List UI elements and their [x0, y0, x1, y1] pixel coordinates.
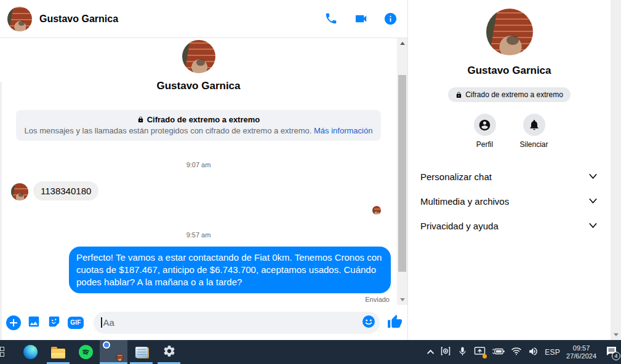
- speaker-icon: [528, 346, 539, 358]
- notification-count-badge: 4: [612, 352, 620, 360]
- conversation-info-button[interactable]: [383, 12, 398, 26]
- message-list-content: Gustavo Garnica Cifrado de extremo a ext…: [0, 38, 397, 305]
- contact-avatar-large[interactable]: [182, 40, 215, 73]
- emoji-button[interactable]: [361, 314, 376, 331]
- video-camera-icon: [354, 12, 368, 28]
- taskbar-spotify[interactable]: [72, 340, 100, 364]
- lock-icon: [137, 116, 144, 123]
- contact-name: Gustavo Garnica: [0, 80, 397, 92]
- tray-wifi[interactable]: [511, 347, 522, 357]
- section-media-files[interactable]: Multimedia y archivos: [420, 189, 598, 213]
- chrome-profile-avatar: [116, 354, 124, 362]
- more-info-link[interactable]: Más información: [314, 126, 372, 135]
- scroll-down-arrow[interactable]: [397, 295, 407, 305]
- taskbar-apps: [17, 340, 183, 364]
- chat-scrollbar[interactable]: [397, 38, 407, 305]
- profile-icon: [474, 114, 496, 136]
- camera-device-icon: [440, 346, 451, 358]
- sidebar-content: Gustavo Garnica Cifrado de extremo a ext…: [408, 0, 611, 340]
- chevron-up-icon: [427, 349, 434, 356]
- encryption-badge[interactable]: Cifrado de extremo a extremo: [448, 87, 571, 102]
- voice-call-button[interactable]: [324, 12, 339, 26]
- chat-column: Gustavo Garnica: [0, 0, 407, 340]
- wifi-icon: [511, 347, 522, 357]
- open-more-actions-button[interactable]: [6, 315, 27, 330]
- profile-button[interactable]: Perfil: [469, 114, 501, 149]
- sidebar-contact-name: Gustavo Garnica: [467, 65, 551, 77]
- taskbar-settings[interactable]: [155, 340, 183, 364]
- battery-icon: [492, 347, 505, 357]
- image-icon: [27, 315, 41, 330]
- taskbar-chrome-active[interactable]: [100, 340, 127, 364]
- read-receipt-avatar: [372, 206, 381, 215]
- scrollbar-thumb[interactable]: [398, 75, 406, 272]
- contact-avatar[interactable]: [7, 7, 32, 31]
- screen: Gustavo Garnica: [0, 0, 621, 364]
- encryption-notice: Cifrado de extremo a extremo Los mensaje…: [16, 110, 381, 141]
- section-customize-chat[interactable]: Personalizar chat: [420, 164, 598, 189]
- message-status: Enviado: [0, 296, 397, 303]
- spotify-icon: [79, 345, 93, 359]
- video-call-button[interactable]: [353, 12, 368, 26]
- encryption-title: Cifrado de extremo a extremo: [23, 115, 374, 124]
- windows-taskbar: ESP 09:57 27/6/2024 4: [0, 340, 621, 364]
- sidebar-contact-avatar[interactable]: [486, 9, 533, 55]
- notepad-icon: [135, 347, 148, 358]
- encryption-body: Los mensajes y las llamadas están proteg…: [23, 126, 374, 135]
- message-input-pill[interactable]: [94, 312, 380, 334]
- sticker-button[interactable]: [47, 315, 61, 330]
- contact-name-header: Gustavo Garnica: [39, 14, 118, 25]
- phone-icon: [324, 12, 338, 27]
- plus-icon: [6, 315, 21, 330]
- outgoing-message-row: Perfecto! Te vamos a estar contactando d…: [0, 247, 397, 293]
- message-list: Gustavo Garnica Cifrado de extremo a ext…: [0, 38, 407, 305]
- clock[interactable]: 09:57 27/6/2024: [566, 344, 596, 360]
- read-receipt-row: [0, 206, 397, 215]
- language-indicator[interactable]: ESP: [545, 348, 560, 357]
- tray-screen-cast[interactable]: [474, 346, 486, 358]
- incoming-message-bubble[interactable]: 1138340180: [33, 181, 98, 200]
- profile-label: Perfil: [476, 140, 493, 149]
- scroll-down-arrow[interactable]: [611, 330, 621, 340]
- messenger-window: Gustavo Garnica: [0, 0, 621, 340]
- chevron-down-icon: [588, 196, 598, 207]
- section-privacy-support[interactable]: Privacidad y ayuda: [420, 213, 598, 238]
- sender-avatar[interactable]: [11, 183, 28, 200]
- date: 27/6/2024: [566, 352, 596, 360]
- header-actions: [324, 12, 398, 26]
- attach-image-button[interactable]: [27, 315, 41, 330]
- gif-button[interactable]: GIF: [68, 317, 84, 329]
- taskbar-notepad[interactable]: [127, 340, 155, 364]
- status-dot: [483, 354, 487, 358]
- incoming-message-row: 1138340180: [0, 181, 397, 200]
- tray-battery[interactable]: [492, 347, 505, 357]
- gif-icon: GIF: [68, 317, 84, 329]
- background-window-edge: [0, 82, 2, 340]
- chevron-down-icon: [588, 172, 598, 182]
- sidebar-scrollbar[interactable]: [611, 0, 621, 340]
- chevron-down-icon: [588, 221, 598, 231]
- emoji-smiley-icon: [361, 314, 376, 331]
- tray-microphone[interactable]: [457, 346, 468, 358]
- action-center-button[interactable]: 4: [606, 346, 617, 358]
- tray-volume[interactable]: [528, 346, 539, 358]
- message-input[interactable]: [103, 317, 362, 328]
- outgoing-message-bubble[interactable]: Perfecto! Te vamos a estar contactando d…: [69, 247, 391, 293]
- start-menu-icon[interactable]: [0, 340, 9, 364]
- lock-icon: [455, 92, 462, 98]
- send-like-button[interactable]: [387, 314, 403, 331]
- taskbar-edge[interactable]: [17, 340, 44, 364]
- system-tray: ESP 09:57 27/6/2024 4: [429, 344, 621, 360]
- tray-expand-button[interactable]: [429, 350, 434, 355]
- chat-header: Gustavo Garnica: [0, 0, 407, 38]
- sidebar-quick-actions: Perfil Silenciar: [469, 114, 550, 149]
- taskbar-file-explorer[interactable]: [44, 340, 72, 364]
- scroll-up-arrow[interactable]: [397, 38, 407, 49]
- bell-icon: [523, 114, 545, 136]
- mute-button[interactable]: Silenciar: [518, 114, 550, 149]
- gear-icon: [162, 344, 176, 360]
- microphone-icon: [457, 346, 468, 358]
- tray-camera-device[interactable]: [440, 346, 451, 358]
- sidebar-sections: Personalizar chat Multimedia y archivos …: [408, 164, 611, 238]
- timestamp: 9:07 am: [0, 161, 397, 168]
